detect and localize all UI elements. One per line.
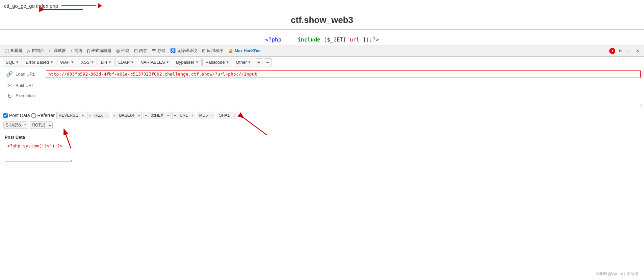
inspector-icon: ⬚ — [5, 48, 9, 53]
console-label: 控制台 — [32, 48, 44, 54]
execution-icon[interactable]: ↻ — [3, 93, 16, 100]
performance-icon: ◎ — [116, 48, 120, 53]
code-include: include — [298, 36, 320, 43]
reverse-label: REVERSE — [57, 112, 80, 119]
execution-label: Execution — [16, 93, 46, 98]
accessibility-icon: ♿ — [170, 48, 176, 53]
application-label: 应用程序 — [207, 48, 223, 54]
split-url-icon[interactable]: ✂ — [3, 82, 16, 89]
split-url-label: Split URL — [16, 83, 46, 88]
file-label-row: ctf_go_go_go index.php — [0, 0, 644, 11]
toolbar-memory[interactable]: ⊡ 内存 — [132, 47, 149, 55]
hackbar-lock-icon: 🔒 — [228, 48, 233, 53]
nav-add-button[interactable]: + — [255, 58, 263, 66]
toolbar-debugger[interactable]: ⊏ 调试器 — [47, 47, 68, 55]
nav-remove-button[interactable]: − — [264, 58, 272, 66]
nav-ldap[interactable]: LDAP ▼ — [115, 58, 137, 66]
base64-button[interactable]: « BASE64 » — [112, 112, 142, 119]
nav-sql[interactable]: SQL ▼ — [3, 58, 22, 66]
nav-lfi-label: LFI — [101, 60, 107, 65]
page-title: ctf.show_web3 — [0, 11, 644, 29]
passcode-chevron-icon: ▼ — [226, 60, 229, 64]
url-button[interactable]: « URL » — [172, 112, 195, 119]
post-data-textarea[interactable]: <?php system('ls');?> — [5, 142, 72, 162]
toolbar-network[interactable]: ↕ 网络 — [69, 47, 84, 55]
toolbar-performance[interactable]: ◎ 性能 — [114, 47, 131, 55]
sha1-button[interactable]: SHA1 » — [217, 112, 237, 119]
btn-row-2: SHA256 » ROT13 » — [3, 121, 641, 129]
nav-passcode[interactable]: Passcode ▼ — [202, 58, 232, 66]
rot13-button[interactable]: ROT13 » — [30, 121, 52, 129]
code-url-key: 'url' — [346, 36, 363, 43]
toolbar-style-editor[interactable]: {} 样式编辑器 — [85, 47, 114, 55]
accessibility-label: 无障碍环境 — [177, 48, 197, 54]
toolbar-close[interactable]: ✕ — [634, 47, 641, 55]
hex-arrow-right-icon: » — [105, 113, 110, 118]
execution-textarea[interactable] — [46, 93, 641, 107]
lfi-chevron-icon: ▼ — [108, 60, 111, 64]
md5-button[interactable]: MD5 » — [197, 112, 215, 119]
nav-xss[interactable]: XSS ▼ — [78, 58, 97, 66]
hackbar-nav: SQL ▼ Error Based ▼ WAF ▼ XSS ▼ LFI ▼ LD… — [0, 57, 644, 68]
oxhex-button[interactable]: « 0xHEX » — [144, 112, 171, 119]
nav-other-label: Other — [236, 60, 247, 65]
nav-bypasser[interactable]: Bypasser ▼ — [173, 58, 202, 66]
post-data-check-wrap[interactable]: Post Data — [3, 112, 30, 119]
sha256-label: SHA256 — [4, 122, 23, 129]
style-icon: {} — [87, 48, 90, 53]
nav-variables-label: VARIABLES — [141, 60, 165, 65]
reverse-arrow-right-icon: » — [80, 113, 85, 118]
load-url-icon[interactable]: 🔗 — [3, 71, 16, 77]
console-icon: ▷ — [27, 48, 30, 53]
network-label: 网络 — [74, 48, 82, 54]
referrer-check-wrap[interactable]: Referrer — [31, 112, 54, 119]
toolbar-copy[interactable]: ⧉ — [617, 47, 624, 55]
memory-label: 内存 — [139, 48, 147, 54]
sha256-button[interactable]: SHA256 » — [3, 121, 28, 129]
browser-toolbar: ⬚ 查看器 ▷ 控制台 ⊏ 调试器 ↕ 网络 {} 样式编辑器 ◎ 性能 ⊡ 内… — [0, 45, 644, 57]
style-label: 样式编辑器 — [91, 48, 111, 54]
sha1-label: SHA1 — [217, 112, 232, 119]
nav-ldap-label: LDAP — [118, 60, 130, 65]
toolbar-application[interactable]: ⊞ 应用程序 — [200, 47, 225, 55]
toolbar-more[interactable]: ··· — [625, 47, 633, 55]
post-data-section-label: Post Data — [5, 135, 639, 140]
toolbar-inspector[interactable]: ⬚ 查看器 — [3, 47, 24, 55]
sha1-arrow-right-icon: » — [232, 113, 237, 118]
nav-error-based-label: Error Based — [26, 60, 49, 65]
nav-passcode-label: Passcode — [205, 60, 225, 65]
toolbar-console[interactable]: ▷ 控制台 — [25, 47, 46, 55]
url-input[interactable] — [46, 70, 641, 78]
nav-error-based[interactable]: Error Based ▼ — [23, 58, 56, 66]
code-dollar: ($_GET[ — [324, 36, 346, 43]
rot13-arrow-right-icon: » — [47, 123, 52, 128]
debugger-icon: ⊏ — [49, 48, 52, 53]
nav-bypasser-label: Bypasser — [176, 60, 194, 65]
hex-button[interactable]: « HEX » — [87, 112, 110, 119]
code-close: ]);?> — [363, 36, 379, 43]
referrer-checkbox[interactable] — [31, 113, 36, 118]
nav-other[interactable]: Other ▼ — [233, 58, 254, 66]
nav-variables[interactable]: VARIABLES ▼ — [138, 58, 172, 66]
nav-lfi[interactable]: LFI ▼ — [98, 58, 114, 66]
post-data-check-label: Post Data — [9, 113, 30, 118]
referrer-check-label: Referrer — [37, 113, 54, 118]
base64-label: BASE64 — [117, 112, 136, 119]
other-chevron-icon: ▼ — [248, 60, 251, 64]
toolbar-storage[interactable]: ☰ 存储 — [150, 47, 168, 55]
hackbar-label: Max HacKBar — [235, 49, 261, 53]
filename-text: ctf_go_go_go index.php — [4, 3, 58, 9]
code-snippet: <?php include ($_GET['url']);?> — [0, 33, 644, 45]
buttons-row: Post Data Referrer REVERSE » « HEX » « B… — [0, 109, 644, 131]
toolbar-accessibility[interactable]: ♿ 无障碍环境 — [168, 47, 199, 55]
nav-waf[interactable]: WAF ▼ — [57, 58, 77, 66]
post-data-checkbox[interactable] — [3, 113, 8, 118]
network-icon: ↕ — [71, 48, 73, 53]
base64-arrow-right-icon: » — [136, 113, 141, 118]
split-url-row: ✂ Split URL — [0, 80, 644, 91]
toolbar-hackbar[interactable]: 🔒 Max HacKBar — [226, 47, 263, 55]
reverse-button[interactable]: REVERSE » — [56, 112, 85, 119]
inspector-label: 查看器 — [10, 48, 22, 54]
waf-chevron-icon: ▼ — [71, 60, 74, 64]
load-url-row: 🔗 Load URL — [0, 68, 644, 80]
